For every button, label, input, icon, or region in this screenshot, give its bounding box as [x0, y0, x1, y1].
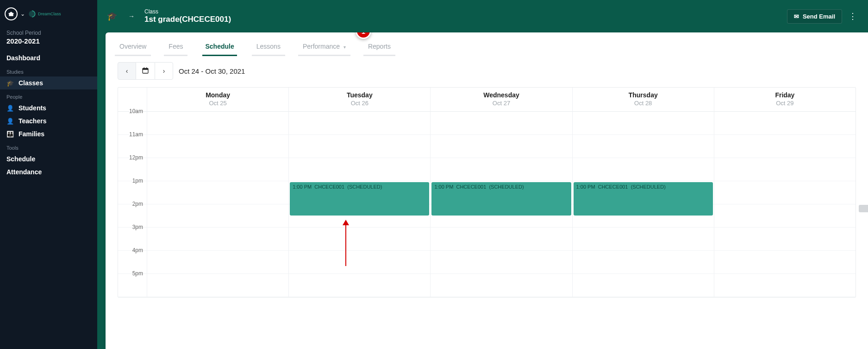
time-label: 2pm: [118, 201, 147, 207]
svg-rect-4: [144, 67, 144, 69]
tab-reports[interactable]: Reports: [366, 39, 393, 56]
mail-icon: ✉: [794, 13, 799, 20]
tab-schedule[interactable]: Schedule: [203, 39, 236, 56]
tab-lessons[interactable]: Lessons: [255, 39, 282, 56]
calendar-day-column[interactable]: [714, 112, 856, 297]
day-of-week: Monday: [149, 91, 287, 99]
chevron-right-icon: ›: [163, 67, 165, 75]
event-status: (SCHEDULED): [631, 184, 666, 190]
event-status: (SCHEDULED): [489, 184, 524, 190]
calendar-day-header: MondayOct 25: [147, 88, 288, 112]
calendar-grid: MondayOct 25TuesdayOct 26WednesdayOct 27…: [118, 87, 856, 298]
calendar-event[interactable]: 1:00 PM CHCECE001 (SCHEDULED): [290, 182, 429, 216]
tab-overview[interactable]: Overview: [118, 39, 148, 56]
calendar-day-header: WednesdayOct 27: [430, 88, 572, 112]
tab-fees[interactable]: Fees: [167, 39, 185, 56]
calendar-wrap: MondayOct 25TuesdayOct 26WednesdayOct 27…: [106, 84, 868, 349]
calendar-date-range: Oct 24 - Oct 30, 2021: [179, 67, 245, 75]
day-date: Oct 29: [716, 100, 854, 107]
next-week-button[interactable]: ›: [155, 62, 173, 80]
day-date: Oct 27: [432, 100, 570, 107]
arrow-right-icon: →: [125, 10, 138, 23]
sidebar-item-label: Schedule: [6, 155, 35, 163]
sidebar-item-classes[interactable]: 🎓 Classes: [0, 76, 97, 89]
time-label: 10am: [118, 108, 147, 114]
person-icon: 👤: [6, 118, 14, 125]
calendar-day-column[interactable]: 1:00 PM CHCECE001 (SCHEDULED): [430, 112, 572, 297]
sidebar-item-dashboard[interactable]: Dashboard: [0, 51, 97, 64]
sidebar-item-schedule[interactable]: Schedule: [0, 152, 97, 165]
main: 🎓 → Class 1st grade(CHCECE001) ✉ Send Em…: [97, 0, 868, 349]
sidebar-section-studies: Studies: [0, 64, 97, 76]
calendar-event[interactable]: 1:00 PM CHCECE001 (SCHEDULED): [574, 182, 713, 216]
sidebar-item-teachers[interactable]: 👤 Teachers: [0, 114, 97, 127]
sidebar-item-label: Attendance: [6, 168, 42, 176]
calendar-day-header: FridayOct 29: [714, 88, 856, 112]
calendar-day-header: ThursdayOct 28: [572, 88, 714, 112]
day-of-week: Thursday: [575, 91, 712, 99]
event-code: CHCECE001: [456, 184, 486, 190]
graduation-cap-icon: 🎓: [6, 80, 14, 87]
today-button[interactable]: [136, 62, 155, 80]
event-code: CHCECE001: [598, 184, 628, 190]
time-label: 4pm: [118, 247, 147, 254]
chevron-left-icon: ‹: [126, 67, 128, 75]
sidebar-item-families[interactable]: 👪 Families: [0, 127, 97, 140]
sidebar-item-students[interactable]: 👤 Students: [0, 102, 97, 114]
calendar-day-header: TuesdayOct 26: [288, 88, 430, 112]
tab-performance[interactable]: Performance ▾: [301, 39, 348, 56]
sidebar-section-people: People: [0, 89, 97, 102]
svg-rect-5: [146, 67, 147, 69]
school-period-label: School Period: [0, 27, 97, 37]
event-code: CHCECE001: [314, 184, 344, 190]
sidebar: ⌄ DreamClass School Period 2020-2021 Das…: [0, 0, 97, 349]
calendar-day-column[interactable]: 1:00 PM CHCECE001 (SCHEDULED): [572, 112, 714, 297]
day-of-week: Tuesday: [291, 91, 428, 99]
day-date: Oct 25: [149, 100, 287, 107]
time-label: 3pm: [118, 224, 147, 230]
calendar-toolbar: ‹ › Oct 24 - Oct 30, 2021: [106, 56, 868, 84]
topbar: 🎓 → Class 1st grade(CHCECE001) ✉ Send Em…: [97, 0, 868, 32]
more-menu-button[interactable]: ⋮: [846, 9, 860, 23]
event-time: 1:00 PM: [434, 184, 453, 190]
day-of-week: Wednesday: [432, 91, 570, 99]
person-icon: 👤: [6, 105, 14, 112]
sidebar-item-label: Students: [19, 104, 46, 112]
calendar-day-column[interactable]: [147, 112, 288, 297]
sidebar-item-label: Dashboard: [6, 54, 40, 62]
time-label: 11am: [118, 131, 147, 138]
svg-rect-0: [8, 13, 14, 13]
calendar-nav-group: ‹ ›: [118, 62, 173, 80]
time-label: 12pm: [118, 154, 147, 161]
calendar-day-column[interactable]: 1:00 PM CHCECE001 (SCHEDULED): [288, 112, 430, 297]
breadcrumb: 🎓 → Class 1st grade(CHCECE001): [106, 8, 231, 24]
chevron-down-icon[interactable]: ⌄: [20, 11, 25, 17]
day-date: Oct 26: [291, 100, 428, 107]
day-of-week: Friday: [716, 91, 854, 99]
svg-rect-3: [143, 68, 148, 70]
event-time: 1:00 PM: [576, 184, 595, 190]
prev-week-button[interactable]: ‹: [118, 62, 136, 80]
event-status: (SCHEDULED): [347, 184, 382, 190]
org-switcher[interactable]: [5, 7, 18, 20]
sidebar-item-attendance[interactable]: Attendance: [0, 165, 97, 178]
annotation-badge-1: 1: [356, 32, 371, 39]
day-date: Oct 28: [575, 100, 712, 107]
collapse-chip[interactable]: [859, 205, 868, 212]
calendar-event[interactable]: 1:00 PM CHCECE001 (SCHEDULED): [431, 182, 571, 216]
page-title: 1st grade(CHCECE001): [144, 15, 231, 24]
brand-logo: DreamClass: [28, 10, 61, 18]
breadcrumb-parent: Class: [144, 8, 231, 15]
tabs: 1 Overview Fees Schedule Lessons Perform…: [106, 32, 868, 56]
send-email-label: Send Email: [803, 13, 835, 20]
send-email-button[interactable]: ✉ Send Email: [787, 9, 842, 24]
graduation-cap-icon: 🎓: [106, 10, 119, 23]
caret-down-icon: ▾: [343, 44, 346, 50]
sidebar-item-label: Classes: [19, 79, 43, 87]
time-label: 1pm: [118, 178, 147, 184]
time-label: 5pm: [118, 270, 147, 277]
content-card: 1 Overview Fees Schedule Lessons Perform…: [106, 32, 868, 349]
school-period-value[interactable]: 2020-2021: [0, 37, 97, 51]
event-time: 1:00 PM: [293, 184, 312, 190]
people-icon: 👪: [6, 131, 14, 138]
